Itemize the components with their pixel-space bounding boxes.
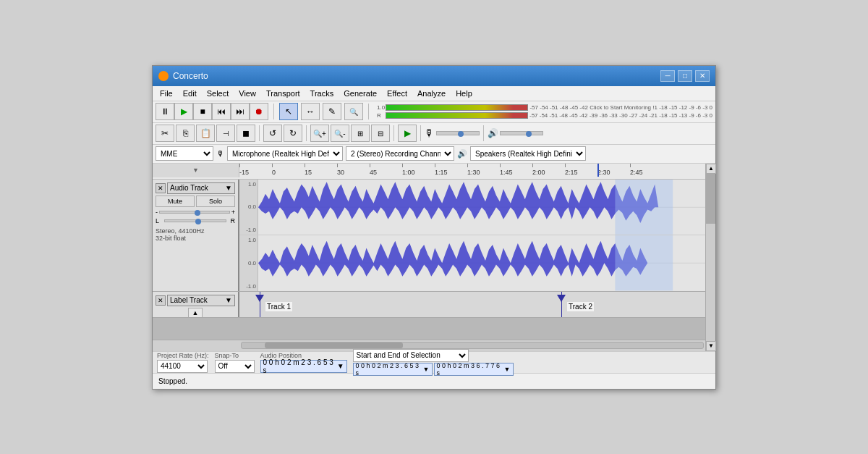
label-track-title-dropdown[interactable]: Label Track ▼: [167, 295, 235, 306]
mic-volume-slider[interactable]: [436, 131, 480, 135]
input-device-select[interactable]: Microphone (Realtek High Defini: [227, 146, 343, 161]
label-track-close-button[interactable]: ✕: [156, 295, 166, 306]
play-at-button[interactable]: ▶: [398, 125, 417, 142]
cut-button[interactable]: ✂: [156, 125, 174, 142]
host-select[interactable]: MME: [156, 146, 213, 161]
sel-end-dropdown[interactable]: ▼: [504, 366, 511, 373]
stop-button[interactable]: ■: [193, 103, 212, 120]
label-expand-area: ▲: [156, 308, 235, 318]
minimize-button[interactable]: ─: [660, 70, 675, 82]
volume-min-label: -: [156, 209, 158, 216]
snap-to-label: Snap-To: [215, 352, 255, 359]
maximize-button[interactable]: □: [678, 70, 692, 82]
mic-icon-device: 🎙: [216, 149, 224, 158]
label-expand-button[interactable]: ▲: [188, 308, 203, 318]
title-bar: Concerto ─ □ ✕: [153, 66, 715, 86]
vscrollbar-down-button[interactable]: ▼: [706, 341, 716, 351]
channels-select[interactable]: 2 (Stereo) Recording Channels: [346, 146, 454, 161]
vu-label-L: 1.0: [377, 104, 384, 111]
menu-view[interactable]: View: [234, 88, 260, 99]
zoom-selection-button[interactable]: ⊟: [371, 125, 390, 142]
selection-end-value[interactable]: 0 0 h 0 2 m 3 6 . 7 7 6 s ▼: [434, 363, 514, 376]
vu-label-R: R: [377, 112, 384, 119]
track-title-label: Audio Track: [170, 184, 208, 192]
ruler-dropdown[interactable]: ▼: [192, 167, 199, 174]
menu-file[interactable]: File: [156, 88, 177, 99]
empty-track-area: [153, 318, 705, 340]
volume-slider[interactable]: [159, 211, 230, 214]
redo-button[interactable]: ↻: [284, 125, 302, 142]
ruler-tick-9: 2:00: [532, 169, 545, 176]
ruler: ▼ -15 0 15 30 45 1:00 1:15 1:30 1:45 2:0…: [153, 164, 705, 180]
label-waveform: Track 1 Track 2: [239, 292, 705, 317]
envelope-tool-button[interactable]: ↔: [301, 103, 320, 120]
vu-row-R: R -57 -54 -51 -48 -45 -42 -39 -36 -33 -3…: [377, 112, 712, 119]
mute-button[interactable]: Mute: [156, 196, 195, 207]
select-tool-button[interactable]: ↖: [279, 103, 298, 120]
solo-button[interactable]: Solo: [196, 196, 235, 207]
waveform-top-canvas[interactable]: [258, 180, 705, 235]
zoom-out-button[interactable]: 🔍-: [331, 125, 349, 142]
vu-bar-L: [386, 104, 528, 111]
play-button[interactable]: ▶: [174, 103, 193, 120]
vscrollbar-up-button[interactable]: ▲: [706, 164, 716, 174]
menu-select[interactable]: Select: [203, 88, 234, 99]
bottom-controls: Project Rate (Hz): 44100 Snap-To Off Aud…: [153, 351, 715, 373]
project-rate-select[interactable]: 44100: [157, 360, 208, 373]
sel-start-dropdown[interactable]: ▼: [423, 366, 430, 373]
audio-track-controls: ✕ Audio Track ▼ Mute Solo -: [153, 180, 239, 291]
track-title-arrow: ▼: [225, 184, 232, 192]
hscrollbar[interactable]: [241, 342, 704, 349]
pan-slider[interactable]: [164, 219, 226, 222]
zoom-fit-button[interactable]: ⊞: [351, 125, 370, 142]
menu-effect[interactable]: Effect: [383, 88, 412, 99]
selection-start-value[interactable]: 0 0 h 0 2 m 2 3 . 6 5 3 s ▼: [353, 363, 433, 376]
output-device-select[interactable]: Speakers (Realtek High Definiti: [470, 146, 586, 161]
toolbar-sep-3: [259, 125, 260, 141]
audio-pos-dropdown[interactable]: ▼: [337, 362, 344, 370]
record-button[interactable]: ⏺: [250, 103, 268, 120]
waveform-bottom-canvas[interactable]: [258, 235, 705, 291]
pause-button[interactable]: ⏸: [156, 103, 174, 120]
menu-tracks[interactable]: Tracks: [306, 88, 339, 99]
speaker-volume-thumb: [526, 131, 532, 137]
close-button[interactable]: ✕: [695, 70, 710, 82]
menu-generate[interactable]: Generate: [339, 88, 381, 99]
mic-volume-thumb: [458, 131, 464, 137]
track-title-dropdown[interactable]: Audio Track ▼: [167, 182, 235, 194]
zoom-in-button[interactable]: 🔍+: [310, 125, 329, 142]
main-content: ▼ -15 0 15 30 45 1:00 1:15 1:30 1:45 2:0…: [153, 164, 715, 351]
trim-button[interactable]: ⊣: [216, 125, 235, 142]
label-track-header: ✕ Label Track ▼: [156, 295, 235, 306]
vu-meters: 1.0 -57 -54 -51 -48 -45 -42 Click to Sta…: [377, 104, 712, 119]
ruler-tick-10: 2:15: [565, 169, 578, 176]
forward-button[interactable]: ⏭: [231, 103, 250, 120]
speaker-volume-slider[interactable]: [500, 131, 543, 135]
waveform-bottom-svg: [258, 235, 705, 291]
menu-edit[interactable]: Edit: [179, 88, 201, 99]
undo-button[interactable]: ↺: [263, 125, 282, 142]
snap-to-select[interactable]: Off: [215, 360, 255, 373]
zoom-tool-button[interactable]: 🔍: [344, 103, 363, 120]
ruler-tick-8: 1:45: [500, 169, 513, 176]
ruler-tick-2: 15: [305, 169, 312, 176]
device-row: MME 🎙 Microphone (Realtek High Defini 2 …: [153, 145, 715, 164]
rewind-button[interactable]: ⏮: [212, 103, 231, 120]
toolbar-sep-2: [368, 104, 369, 119]
silence-button[interactable]: ◼: [237, 125, 255, 142]
audio-position-value[interactable]: 0 0 h 0 2 m 2 3 . 6 5 3 s ▼: [260, 360, 347, 373]
track-close-button[interactable]: ✕: [156, 183, 166, 193]
menu-help[interactable]: Help: [451, 88, 477, 99]
toolbar-sep-7: [483, 125, 484, 141]
selection-type-select[interactable]: Start and End of Selection: [353, 349, 469, 362]
draw-tool-button[interactable]: ✎: [323, 103, 341, 120]
audio-position-group: Audio Position 0 0 h 0 2 m 2 3 . 6 5 3 s…: [260, 352, 347, 373]
copy-button[interactable]: ⎘: [176, 125, 195, 142]
label-track-title-arrow: ▼: [225, 296, 232, 304]
paste-button[interactable]: 📋: [196, 125, 215, 142]
menu-bar: File Edit Select View Transport Tracks G…: [153, 86, 715, 101]
menu-transport[interactable]: Transport: [262, 88, 305, 99]
menu-analyze[interactable]: Analyze: [413, 88, 450, 99]
vu-scale-L: -57 -54 -51 -48 -45 -42 Click to Start M…: [529, 104, 712, 111]
vscrollbar-track[interactable]: [706, 174, 715, 341]
